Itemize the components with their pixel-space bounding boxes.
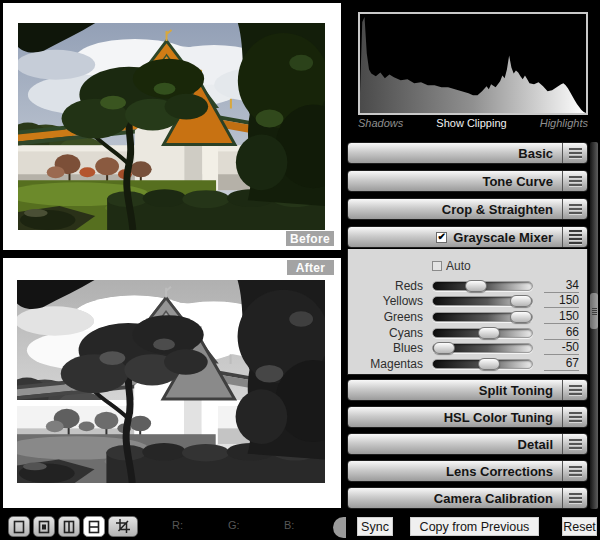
menu-lines-icon[interactable] bbox=[562, 227, 587, 247]
before-label: Before bbox=[286, 231, 334, 246]
slider-value[interactable]: 34 bbox=[544, 279, 579, 293]
panel-header-detail[interactable]: Detail bbox=[347, 433, 588, 455]
slider-thumb[interactable] bbox=[465, 280, 487, 292]
mixer-sliders: Reds 34 Yellows 150 Greens 150 bbox=[348, 278, 587, 372]
square-icon bbox=[12, 520, 26, 534]
menu-lines-icon[interactable] bbox=[562, 407, 587, 427]
slider-label: Yellows bbox=[348, 294, 423, 308]
grayscale-mixer-title: Grayscale Mixer bbox=[453, 230, 553, 245]
slider-value[interactable]: 150 bbox=[544, 294, 579, 308]
mixer-slider-reds: Reds 34 bbox=[348, 278, 587, 294]
after-pane: After bbox=[3, 258, 341, 508]
panel-title: Tone Curve bbox=[348, 174, 562, 189]
green-readout-label: G: bbox=[228, 519, 240, 531]
slider-track[interactable] bbox=[432, 328, 533, 338]
auto-label: Auto bbox=[446, 259, 471, 273]
slider-thumb[interactable] bbox=[478, 358, 500, 370]
panel-header-basic[interactable]: Basic bbox=[347, 142, 588, 164]
slider-track[interactable] bbox=[432, 281, 533, 291]
panel-title: Camera Calibration bbox=[348, 491, 562, 506]
scrollbar-thumb[interactable] bbox=[590, 293, 598, 329]
slider-thumb[interactable] bbox=[478, 327, 500, 339]
panel-title: HSL Color Tuning bbox=[348, 410, 562, 425]
shadows-label: Shadows bbox=[358, 117, 403, 129]
panel-header-split-toning[interactable]: Split Toning bbox=[347, 379, 588, 401]
menu-lines-icon[interactable] bbox=[562, 199, 587, 219]
photo-editor-window: Before bbox=[0, 0, 600, 540]
mixer-slider-greens: Greens 150 bbox=[348, 309, 587, 325]
menu-lines-icon[interactable] bbox=[562, 143, 587, 163]
panel-title: Grayscale Mixer bbox=[348, 230, 562, 245]
histogram[interactable] bbox=[358, 12, 588, 115]
crop-icon bbox=[116, 519, 131, 534]
slider-value[interactable]: -50 bbox=[544, 341, 579, 355]
auto-checkbox[interactable] bbox=[432, 261, 442, 271]
before-after-top-bottom-button[interactable] bbox=[83, 516, 105, 537]
mixer-slider-blues: Blues -50 bbox=[348, 340, 587, 356]
panel-header-camera-calibration[interactable]: Camera Calibration bbox=[347, 487, 588, 509]
panel-header-grayscale-mixer[interactable]: Grayscale Mixer bbox=[347, 226, 588, 248]
panel-title: Lens Corrections bbox=[348, 464, 562, 479]
grayscale-mixer-enabled-checkbox[interactable] bbox=[436, 232, 447, 243]
histogram-plot bbox=[360, 14, 586, 113]
panel-title: Crop & Straighten bbox=[348, 202, 562, 217]
after-label: After bbox=[287, 260, 334, 275]
slider-track[interactable] bbox=[432, 343, 533, 353]
slider-label: Greens bbox=[348, 310, 423, 324]
reset-button[interactable]: Reset bbox=[562, 517, 597, 536]
mixer-slider-magentas: Magentas 67 bbox=[348, 356, 587, 372]
before-photo bbox=[18, 23, 325, 230]
slider-value[interactable]: 66 bbox=[544, 326, 579, 340]
highlights-label: Highlights bbox=[540, 117, 588, 129]
menu-lines-icon[interactable] bbox=[562, 171, 587, 191]
menu-lines-icon[interactable] bbox=[562, 434, 587, 454]
view-toolbar: R: G: B: bbox=[0, 508, 347, 540]
panel-title: Split Toning bbox=[348, 383, 562, 398]
menu-lines-icon[interactable] bbox=[562, 380, 587, 400]
adjustments-sidebar: Shadows Show Clipping Highlights Basic T… bbox=[347, 0, 600, 540]
slider-value[interactable]: 150 bbox=[544, 310, 579, 324]
slider-thumb[interactable] bbox=[433, 342, 455, 354]
panel-scrollbar[interactable] bbox=[590, 142, 598, 509]
slider-value[interactable]: 67 bbox=[544, 357, 579, 371]
histogram-labels: Shadows Show Clipping Highlights bbox=[358, 117, 588, 129]
slider-thumb[interactable] bbox=[510, 311, 532, 323]
blue-readout-label: B: bbox=[284, 519, 294, 531]
slider-label: Reds bbox=[348, 279, 423, 293]
preview-area: Before bbox=[0, 0, 347, 540]
slider-label: Cyans bbox=[348, 326, 423, 340]
sync-button[interactable]: Sync bbox=[357, 517, 393, 536]
panel-header-tone-curve[interactable]: Tone Curve bbox=[347, 170, 588, 192]
slider-label: Magentas bbox=[348, 357, 423, 371]
slider-track[interactable] bbox=[432, 296, 533, 306]
slider-track[interactable] bbox=[432, 359, 533, 369]
panel-header-lens-corrections[interactable]: Lens Corrections bbox=[347, 460, 588, 482]
panel-list: Basic Tone Curve Crop & Straighten Grays… bbox=[347, 142, 588, 514]
loupe-view-button[interactable] bbox=[33, 516, 55, 537]
panel-header-hsl-color-tuning[interactable]: HSL Color Tuning bbox=[347, 406, 588, 428]
menu-lines-icon[interactable] bbox=[562, 488, 587, 508]
crop-tool-button[interactable] bbox=[108, 516, 138, 537]
copy-from-previous-button[interactable]: Copy from Previous bbox=[410, 517, 539, 536]
grayscale-mixer-panel: Auto Reds 34 Yellows 150 Greens bbox=[347, 249, 588, 375]
show-clipping-label[interactable]: Show Clipping bbox=[436, 117, 506, 129]
before-pane: Before bbox=[3, 3, 341, 250]
mixer-slider-yellows: Yellows 150 bbox=[348, 294, 587, 310]
slider-track[interactable] bbox=[432, 312, 533, 322]
single-view-button[interactable] bbox=[8, 516, 30, 537]
split-horizontal-icon bbox=[87, 520, 101, 534]
slider-label: Blues bbox=[348, 341, 423, 355]
temple-photo-illustration bbox=[18, 23, 325, 230]
panel-title: Detail bbox=[348, 437, 562, 452]
auto-row: Auto bbox=[432, 259, 587, 272]
temple-photo-illustration bbox=[17, 280, 325, 483]
menu-lines-icon[interactable] bbox=[562, 461, 587, 481]
toolbar-end-cap bbox=[333, 517, 346, 538]
panel-header-crop-straighten[interactable]: Crop & Straighten bbox=[347, 198, 588, 220]
slider-thumb[interactable] bbox=[510, 295, 532, 307]
before-after-side-by-side-button[interactable] bbox=[58, 516, 80, 537]
mixer-slider-cyans: Cyans 66 bbox=[348, 325, 587, 341]
split-vertical-icon bbox=[62, 520, 76, 534]
panel-title: Basic bbox=[348, 146, 562, 161]
after-photo-grayscale bbox=[17, 280, 325, 483]
